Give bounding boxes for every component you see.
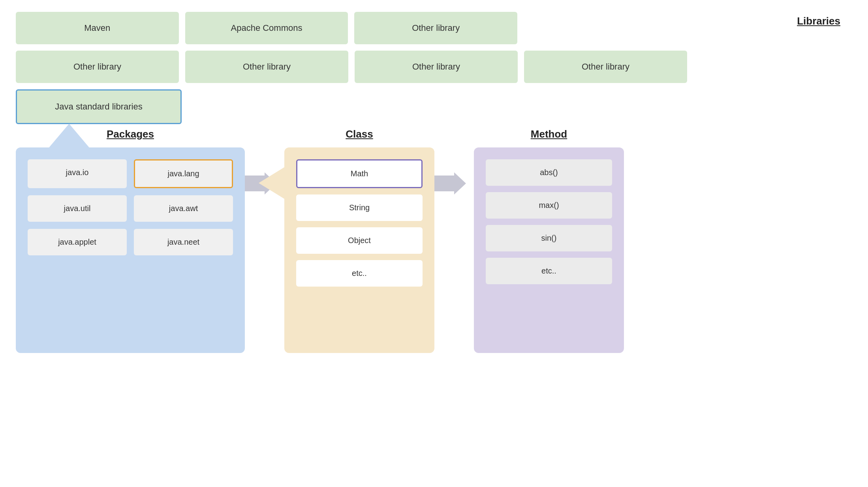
method-wrapper: Method abs() max() sin() etc..	[474, 128, 624, 353]
library-cell-other3: Other library	[185, 51, 348, 83]
pkg-java-applet: java.applet	[28, 229, 127, 255]
library-cell-maven: Maven	[16, 12, 179, 44]
mth-sin: sin()	[486, 225, 612, 251]
class-heading: Class	[346, 128, 373, 140]
class-wrapper: Class Math String Object etc..	[284, 128, 434, 353]
libraries-row1: Maven Apache Commons Other library	[16, 12, 517, 44]
class-grid: Math String Object etc..	[296, 159, 423, 287]
method-panel: abs() max() sin() etc..	[474, 147, 624, 353]
cls-string: String	[296, 194, 423, 221]
class-panel: Math String Object etc..	[284, 147, 434, 353]
libraries-heading: Libraries	[797, 15, 840, 27]
mth-abs: abs()	[486, 159, 612, 186]
library-cell-apache: Apache Commons	[185, 12, 348, 44]
packages-heading: Packages	[107, 128, 154, 140]
method-heading: Method	[531, 128, 567, 140]
libraries-row3: Java standard libraries	[16, 89, 182, 124]
pkg-java-awt: java.awt	[134, 195, 233, 222]
diagram-area: Packages java.io java.lang java.util jav…	[16, 128, 852, 353]
libraries-section: Libraries Maven Apache Commons Other lib…	[16, 12, 852, 124]
cls-object: Object	[296, 227, 423, 254]
packages-panel: java.io java.lang java.util java.awt jav…	[16, 147, 245, 353]
cls-etc: etc..	[296, 260, 423, 287]
library-cell-other2: Other library	[16, 51, 179, 83]
library-cell-other5: Other library	[524, 51, 687, 83]
class-to-method-arrow	[434, 168, 466, 199]
packages-grid: java.io java.lang java.util java.awt jav…	[28, 159, 233, 255]
pkg-java-util: java.util	[28, 195, 127, 222]
packages-wrapper: Packages java.io java.lang java.util jav…	[16, 128, 245, 353]
mth-etc: etc..	[486, 258, 612, 284]
method-grid: abs() max() sin() etc..	[486, 159, 612, 284]
libraries-row2: Other library Other library Other librar…	[16, 51, 687, 83]
cls-math: Math	[296, 159, 423, 188]
mth-max: max()	[486, 192, 612, 219]
library-cell-other4: Other library	[355, 51, 518, 83]
library-cell-other1: Other library	[354, 12, 517, 44]
library-cell-java-standard: Java standard libraries	[16, 89, 182, 124]
pkg-java-io: java.io	[28, 159, 127, 188]
svg-marker-1	[434, 172, 466, 194]
pkg-java-lang: java.lang	[134, 159, 233, 188]
pkg-java-neet: java.neet	[134, 229, 233, 255]
